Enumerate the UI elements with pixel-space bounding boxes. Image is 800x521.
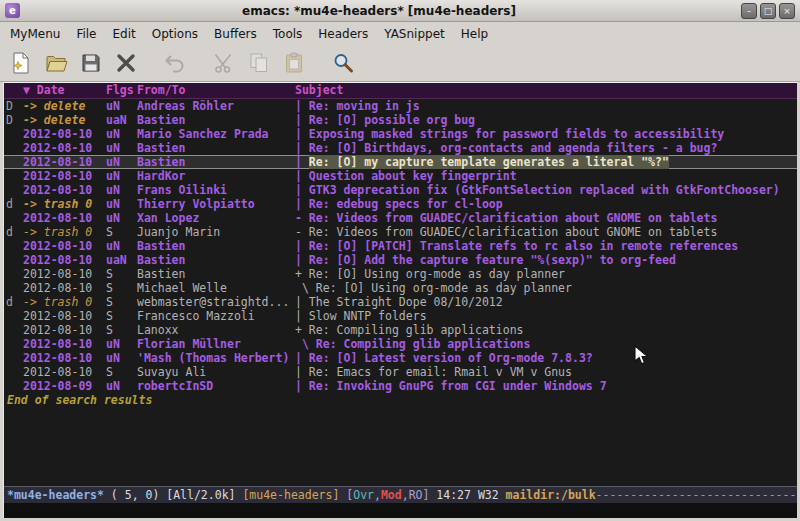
message-row[interactable]: d-> trash 0uNThierry Volpiatto| Re: edeb… (4, 197, 797, 211)
message-flags: S (106, 281, 137, 295)
message-from: Michael Welle (137, 281, 295, 295)
message-date: 2012-08-10 (23, 155, 106, 169)
message-row[interactable]: 2012-08-10SSuvayu Ali| Re: Emacs for ema… (4, 365, 797, 379)
message-from: Bastien (137, 155, 295, 169)
message-subject: | GTK3 deprecation fix (GtkFontSelection… (295, 183, 797, 197)
subject-text: Exposing masked strings for password fie… (309, 127, 724, 141)
message-mark (6, 379, 23, 393)
save-icon[interactable] (76, 48, 106, 78)
kill-buffer-icon[interactable] (111, 48, 141, 78)
mode-line-segment: *mu4e-headers* (7, 487, 104, 503)
thread-connector: | (295, 183, 309, 197)
menu-item-edit[interactable]: Edit (105, 24, 144, 44)
message-from: HardKor (137, 169, 295, 183)
message-row[interactable]: 2012-08-10uNHardKor| Question about key … (4, 169, 797, 183)
message-row[interactable]: 2012-08-10uNFlorian Müllner \ Re: Compil… (4, 337, 797, 351)
message-row[interactable]: 2012-08-10uNBastien| Re: [O] [PATCH] Tra… (4, 239, 797, 253)
subject-text: Re: [O] Add the capture feature "%(sexp)… (309, 253, 676, 267)
minimize-button[interactable]: – (741, 3, 757, 19)
subject-text: Re: moving in js (309, 99, 420, 113)
maximize-button[interactable]: □ (760, 3, 776, 19)
message-subject: + Re: [O] Using org-mode as day planner (295, 267, 797, 281)
header-subject-col[interactable]: Subject (295, 83, 797, 98)
header-from-col[interactable]: From/To (137, 83, 295, 98)
subject-text: Re: [O] Birthdays, org-contacts and agen… (309, 141, 718, 155)
header-flags-col[interactable]: Flgs (106, 83, 137, 98)
message-from: Bastien (137, 253, 295, 267)
close-button[interactable]: × (779, 3, 795, 19)
message-mark (6, 155, 23, 169)
cut-icon (209, 48, 239, 78)
thread-connector: + (295, 323, 309, 337)
subject-text: Re: [O] Using org-mode as day planner (316, 281, 572, 295)
message-subject: | Re: Invoking GnuPG from CGI under Wind… (295, 379, 797, 393)
message-row[interactable]: 2012-08-10SBastien+ Re: [O] Using org-mo… (4, 267, 797, 281)
message-row[interactable]: 2012-08-10uN'Mash (Thomas Herbert)| Re: … (4, 351, 797, 365)
new-file-icon[interactable] (6, 48, 36, 78)
window-title: emacs: *mu4e-headers* [mu4e-headers] (20, 4, 738, 18)
message-date: 2012-08-10 (23, 281, 106, 295)
message-subject: \ Re: Compiling glib applications (295, 337, 797, 351)
open-file-icon[interactable] (41, 48, 71, 78)
message-date: 2012-08-10 (23, 309, 106, 323)
message-row[interactable]: 2012-08-09uNrobertcInSD| Re: Invoking Gn… (4, 379, 797, 393)
message-row[interactable]: 2012-08-10SMichael Welle \ Re: [O] Using… (4, 281, 797, 295)
menu-item-buffers[interactable]: Buffers (206, 24, 265, 44)
message-flags: uN (106, 337, 137, 351)
menu-item-help[interactable]: Help (453, 24, 496, 44)
thread-connector: | (295, 113, 309, 127)
message-from: Andreas Röhler (137, 99, 295, 113)
subject-text: Re: Videos from GUADEC/clarification abo… (309, 211, 718, 225)
message-row[interactable]: 2012-08-10uaNBastien| Re: [O] Add the ca… (4, 253, 797, 267)
menu-item-yasnippet[interactable]: YASnippet (376, 24, 453, 44)
message-from: 'Mash (Thomas Herbert) (137, 351, 295, 365)
message-row[interactable]: 2012-08-10uNFrans Oilinki| GTK3 deprecat… (4, 183, 797, 197)
thread-connector: | (295, 253, 309, 267)
message-row[interactable]: 2012-08-10uNMario Sanchez Prada| Exposin… (4, 127, 797, 141)
message-mark: D (6, 113, 23, 127)
message-row[interactable]: 2012-08-10SFrancesco Mazzoli| Slow NNTP … (4, 309, 797, 323)
message-row[interactable]: d-> trash 0SJuanjo Marin- Re: Videos fro… (4, 225, 797, 239)
message-row[interactable]: 2012-08-10uNBastien| Re: [O] my capture … (4, 155, 797, 169)
message-mark (6, 141, 23, 155)
message-mark (6, 281, 23, 295)
message-flags: uN (106, 239, 137, 253)
message-from: Florian Müllner (137, 337, 295, 351)
message-row[interactable]: D-> deleteuNAndreas Röhler| Re: moving i… (4, 99, 797, 113)
message-mark (6, 169, 23, 183)
menu-item-headers[interactable]: Headers (310, 24, 376, 44)
header-date-col[interactable]: ▼ Date (23, 83, 106, 98)
message-mark (6, 309, 23, 323)
mode-line-segment: [ (346, 487, 353, 503)
minibuffer[interactable] (4, 503, 797, 518)
message-flags: S (106, 267, 137, 281)
window-titlebar[interactable]: e emacs: *mu4e-headers* [mu4e-headers] –… (0, 0, 800, 22)
copy-icon (244, 48, 274, 78)
thread-connector: | (295, 295, 309, 309)
menu-item-mymenu[interactable]: MyMenu (2, 24, 68, 44)
message-flags: S (106, 365, 137, 379)
subject-text: Re: [O] my capture template generates a … (309, 155, 669, 169)
emacs-frame: ▼ Date Flgs From/To Subject D-> deleteuN… (3, 82, 797, 518)
thread-connector: \ (295, 337, 316, 351)
message-row[interactable]: d-> trash 0Swebmaster@straightd...| The … (4, 295, 797, 309)
message-subject: | Re: [O] [PATCH] Translate refs to rc a… (295, 239, 797, 253)
message-mark (6, 239, 23, 253)
search-icon[interactable] (328, 48, 358, 78)
subject-text: Re: Emacs for email: Rmail v VM v Gnus (309, 365, 572, 379)
message-row[interactable]: 2012-08-10uNBastien| Re: [O] Birthdays, … (4, 141, 797, 155)
message-flags: uN (106, 351, 137, 365)
mode-line-segment: ----------------------------------------… (596, 487, 797, 503)
menu-item-tools[interactable]: Tools (265, 24, 311, 44)
menu-item-options[interactable]: Options (144, 24, 206, 44)
message-row[interactable]: 2012-08-10SLanoxx+ Re: Compiling glib ap… (4, 323, 797, 337)
message-mark (6, 323, 23, 337)
thread-connector: \ (295, 281, 316, 295)
subject-text: Re: Invoking GnuPG from CGI under Window… (309, 379, 607, 393)
message-subject: | Re: [O] Latest version of Org-mode 7.8… (295, 351, 797, 365)
menu-item-file[interactable]: File (68, 24, 104, 44)
message-subject: | Question about key fingerprint (295, 169, 797, 183)
message-row[interactable]: 2012-08-10uNXan Lopez- Re: Videos from G… (4, 211, 797, 225)
mode-line-segment: maildir:/bulk (506, 487, 596, 503)
message-row[interactable]: D-> deleteuaNBastien| Re: [O] possible o… (4, 113, 797, 127)
